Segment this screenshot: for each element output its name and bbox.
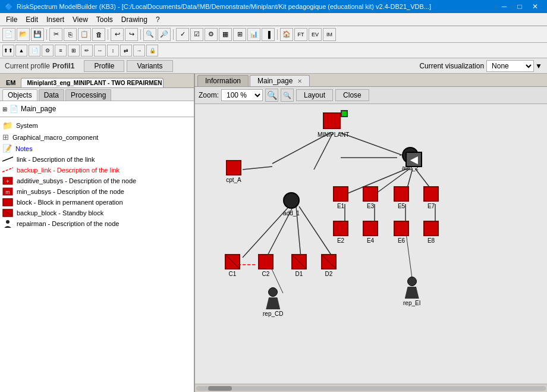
rep-cd-label: rep_CD	[263, 311, 283, 317]
t2-btn5[interactable]: ≡	[55, 45, 67, 57]
folder-icon: 📁	[2, 121, 12, 130]
processing-tab[interactable]: Processing	[65, 89, 111, 101]
redo-btn[interactable]: ↪	[125, 28, 138, 41]
layout-btn[interactable]: Layout	[296, 89, 333, 101]
node-add1[interactable]: add_1	[283, 192, 300, 217]
menu-view[interactable]: View	[69, 14, 92, 25]
menu-edit[interactable]: Edit	[22, 14, 42, 25]
t2-btn2[interactable]: ▲	[15, 45, 27, 57]
t2-btn1[interactable]: ⬆⬆	[2, 45, 14, 57]
data-tab[interactable]: Data	[39, 89, 64, 101]
report-btn[interactable]: 📊	[247, 28, 260, 41]
node-e5[interactable]: E5	[394, 186, 409, 209]
t2-btn8[interactable]: ↔	[94, 45, 106, 57]
em-tab[interactable]: EM	[2, 78, 20, 87]
node-e7[interactable]: E7	[423, 186, 439, 209]
menu-file[interactable]: File	[2, 14, 21, 25]
t2-btn11[interactable]: →	[133, 45, 145, 57]
legend-block[interactable]: block - Block in permanent operation	[2, 197, 191, 208]
node-e2[interactable]: E2	[333, 221, 348, 244]
legend-graphical-macro[interactable]: ⊞ Graphical_macro_component	[2, 131, 191, 143]
find-btn[interactable]: 🔎	[158, 28, 171, 41]
node-e1[interactable]: E1	[333, 186, 348, 209]
horizontal-scrollbar[interactable]	[195, 384, 547, 392]
diagram-connections	[195, 104, 547, 384]
t2-btn12[interactable]: 🔒	[146, 45, 158, 57]
information-tab[interactable]: Information	[197, 75, 249, 86]
menu-help[interactable]: ?	[152, 14, 164, 25]
check-btn[interactable]: ✓	[176, 28, 189, 41]
model-tab[interactable]: Miniplant3_eng_MINIPLANT - TWO REPAIRMEN…	[21, 78, 164, 87]
node-rep-ei[interactable]: rep_EI	[403, 277, 420, 306]
t2-btn10[interactable]: ⇄	[120, 45, 132, 57]
zoom-select[interactable]: 100 %	[221, 89, 263, 101]
legend-repairman[interactable]: repairman - Description of the node	[2, 218, 191, 229]
node-cpt-a[interactable]: cpt_A	[226, 160, 241, 183]
node-e3[interactable]: E3	[363, 186, 378, 209]
menu-insert[interactable]: Insert	[43, 14, 68, 25]
node-e8[interactable]: E8	[423, 221, 439, 244]
t2-btn3[interactable]: 📄	[29, 45, 40, 57]
paste-btn[interactable]: 📋	[78, 28, 91, 41]
menu-bar: File Edit Insert View Tools Drawing ?	[0, 13, 547, 26]
menu-tools[interactable]: Tools	[93, 14, 117, 25]
delete-btn[interactable]: 🗑	[92, 28, 105, 41]
node-e4[interactable]: E4	[363, 221, 378, 244]
menu-drawing[interactable]: Drawing	[118, 14, 151, 25]
legend-notes[interactable]: 📝 Notes	[2, 143, 191, 154]
e5-label: E5	[398, 203, 405, 209]
scroll-thumb[interactable]	[208, 386, 232, 391]
zoom-out-btn[interactable]: 🔍	[281, 89, 294, 102]
table-btn[interactable]: ▦	[219, 28, 232, 41]
main-page-tab[interactable]: Main_page ✕	[250, 75, 310, 86]
legend-system[interactable]: 📁 System	[2, 120, 191, 131]
open-btn[interactable]: 📂	[17, 28, 30, 41]
close-diagram-btn[interactable]: Close	[335, 89, 369, 101]
node-d1[interactable]: D1	[291, 254, 307, 277]
t2-btn6[interactable]: ⊞	[68, 45, 80, 57]
legend-backup-block[interactable]: backup_block - Standby block	[2, 208, 191, 218]
house-btn[interactable]: 🏠	[280, 28, 293, 41]
main-page-tab-close[interactable]: ✕	[297, 78, 302, 84]
close-button[interactable]: ✕	[528, 1, 542, 12]
t2-btn4[interactable]: ⚙	[42, 45, 54, 57]
cpt-a-label: cpt_A	[226, 177, 241, 183]
ext1-btn[interactable]: FT	[294, 28, 307, 41]
zoom-in-btn[interactable]: 🔍	[265, 89, 278, 102]
variants-button[interactable]: Variants	[127, 60, 172, 72]
legend-link[interactable]: link - Description of the link	[2, 154, 191, 165]
node-c1[interactable]: C1	[225, 254, 240, 277]
ext3-btn[interactable]: IM	[323, 28, 336, 41]
zoom-label: Zoom:	[199, 91, 219, 99]
node-c2[interactable]: C2	[258, 254, 274, 277]
node-rep-cd[interactable]: rep_CD	[263, 287, 283, 317]
calc-btn[interactable]: ⚙	[205, 28, 218, 41]
t2-btn9[interactable]: ↕	[107, 45, 119, 57]
grid-btn[interactable]: ⊞	[233, 28, 246, 41]
sep4	[173, 29, 174, 40]
node-d2[interactable]: D2	[321, 254, 337, 277]
node-e6[interactable]: E6	[394, 221, 409, 244]
legend-min-subsys[interactable]: m min_subsys - Description of the node	[2, 186, 191, 197]
legend-backup-link[interactable]: backup_link - Description of the link	[2, 165, 191, 175]
t2-btn7[interactable]: ✏	[81, 45, 93, 57]
minimize-button[interactable]: ─	[497, 1, 511, 12]
save-btn[interactable]: 💾	[31, 28, 44, 41]
tree-item-main-page[interactable]: ⊞ 📄 Main_page	[2, 104, 191, 114]
cut-btn[interactable]: ✂	[49, 28, 62, 41]
undo-btn[interactable]: ↩	[111, 28, 124, 41]
current-vis-select[interactable]: None	[486, 60, 534, 72]
bar-btn[interactable]: ▐	[262, 28, 275, 41]
d2-label: D2	[325, 271, 333, 277]
legend-additive-subsys[interactable]: + additive_subsys - Description of the n…	[2, 175, 191, 186]
node-miniplant[interactable]: MINIPLANT	[317, 112, 349, 138]
maximize-button[interactable]: □	[513, 1, 527, 12]
objects-tab[interactable]: Objects	[2, 89, 37, 101]
ext2-btn[interactable]: EV	[309, 28, 322, 41]
validate-btn[interactable]: ☑	[190, 28, 203, 41]
copy-btn[interactable]: ⎘	[64, 28, 77, 41]
profile-button[interactable]: Profile	[84, 60, 124, 72]
new-btn[interactable]: 📄	[2, 28, 15, 41]
add2-box[interactable]: ◀	[405, 152, 422, 167]
search-btn[interactable]: 🔍	[143, 28, 156, 41]
